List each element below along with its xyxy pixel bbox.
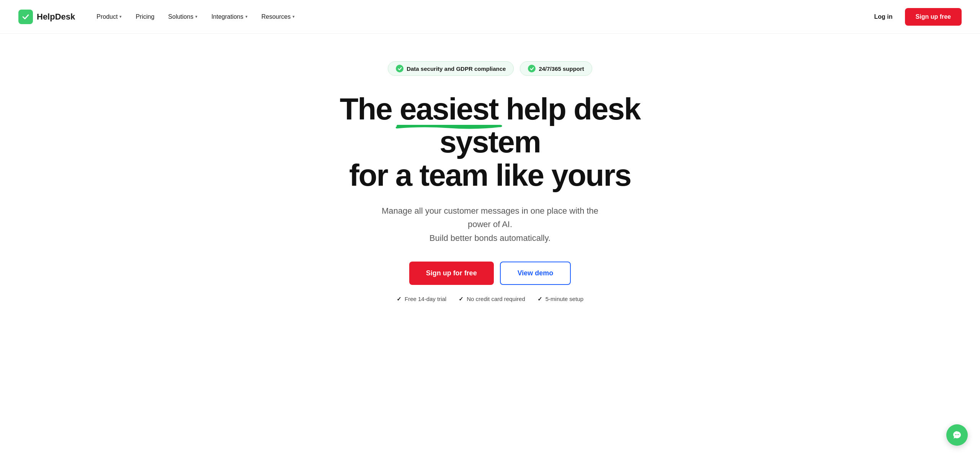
headline-the: The xyxy=(340,92,399,126)
trust-trial: ✓ Free 14-day trial xyxy=(397,296,446,303)
hero-headline: The easiest help desk system for a team … xyxy=(318,93,662,192)
nav-product[interactable]: Product ▾ xyxy=(90,10,128,23)
navbar: HelpDesk Product ▾ Pricing Solutions ▾ I… xyxy=(0,0,980,34)
logo[interactable]: HelpDesk xyxy=(18,10,75,24)
resources-chevron-icon: ▾ xyxy=(292,14,295,19)
headline-emphasis: easiest xyxy=(400,93,498,126)
badge-gdpr: Data security and GDPR compliance xyxy=(388,61,514,76)
trust-setup-text: 5-minute setup xyxy=(546,296,583,302)
svg-point-3 xyxy=(958,434,959,435)
signup-nav-button[interactable]: Sign up free xyxy=(905,8,962,26)
headline-line1: The easiest help desk system xyxy=(340,92,640,159)
badge-support: 24/7/365 support xyxy=(520,61,592,76)
logo-icon xyxy=(18,10,33,24)
nav-solutions[interactable]: Solutions ▾ xyxy=(162,10,204,23)
login-button[interactable]: Log in xyxy=(868,10,899,23)
trust-setup: ✓ 5-minute setup xyxy=(537,296,583,303)
underline-svg xyxy=(395,124,503,129)
solutions-chevron-icon: ▾ xyxy=(195,14,198,19)
badge-support-text: 24/7/365 support xyxy=(539,65,584,72)
hero-badges: Data security and GDPR compliance 24/7/3… xyxy=(388,61,592,76)
demo-cta-button[interactable]: View demo xyxy=(500,262,571,285)
trust-no-card: ✓ No credit card required xyxy=(459,296,525,303)
hero-subheadline: Manage all your customer messages in one… xyxy=(375,204,605,245)
nav-integrations[interactable]: Integrations ▾ xyxy=(205,10,254,23)
trust-check-icon-3: ✓ xyxy=(537,296,542,303)
nav-pricing[interactable]: Pricing xyxy=(129,10,160,23)
signup-cta-button[interactable]: Sign up for free xyxy=(409,262,494,285)
cta-buttons: Sign up for free View demo xyxy=(409,262,571,285)
trust-no-card-text: No credit card required xyxy=(467,296,525,302)
trust-trial-text: Free 14-day trial xyxy=(405,296,446,302)
nav-resources[interactable]: Resources ▾ xyxy=(255,10,301,23)
nav-actions: Log in Sign up free xyxy=(868,8,962,26)
trust-check-icon-1: ✓ xyxy=(397,296,402,303)
chat-button[interactable] xyxy=(946,424,968,446)
logo-text: HelpDesk xyxy=(37,12,75,22)
integrations-chevron-icon: ▾ xyxy=(245,14,248,19)
trust-check-icon-2: ✓ xyxy=(459,296,464,303)
hero-section: Data security and GDPR compliance 24/7/3… xyxy=(279,34,701,333)
badge-gdpr-text: Data security and GDPR compliance xyxy=(407,65,506,72)
svg-point-1 xyxy=(955,434,956,435)
badge-check-icon-2 xyxy=(528,65,536,72)
trust-badges: ✓ Free 14-day trial ✓ No credit card req… xyxy=(397,296,583,303)
badge-check-icon-1 xyxy=(396,65,403,72)
nav-links: Product ▾ Pricing Solutions ▾ Integratio… xyxy=(90,10,868,23)
svg-point-2 xyxy=(957,434,958,435)
product-chevron-icon: ▾ xyxy=(119,14,122,19)
headline-line2: for a team like yours xyxy=(349,158,631,192)
